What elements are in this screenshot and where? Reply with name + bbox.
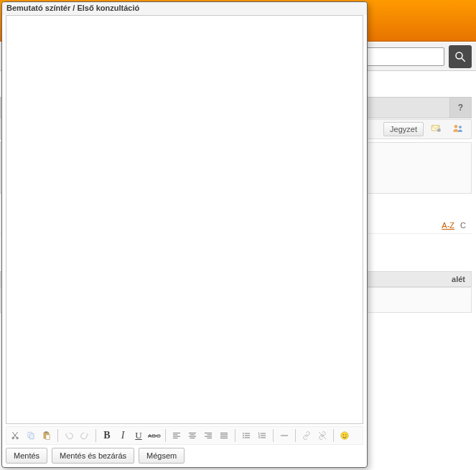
svg-point-4 xyxy=(438,129,439,131)
save-button[interactable]: Mentés xyxy=(6,448,47,464)
users-icon xyxy=(451,123,465,136)
copy-icon xyxy=(26,431,36,441)
modal-footer: Mentés Mentés és bezárás Mégsem xyxy=(2,447,367,467)
svg-line-45 xyxy=(319,432,325,438)
undo-icon xyxy=(64,431,74,441)
separator xyxy=(273,429,274,442)
redo-icon xyxy=(80,431,90,441)
separator xyxy=(235,429,235,442)
separator xyxy=(295,429,296,442)
svg-point-5 xyxy=(454,125,458,128)
copy-button[interactable] xyxy=(24,428,38,443)
bold-button[interactable]: B xyxy=(100,428,114,443)
svg-rect-12 xyxy=(29,434,34,439)
cancel-button[interactable]: Mégsem xyxy=(139,448,185,464)
align-left-icon xyxy=(172,431,182,441)
save-and-close-button[interactable]: Mentés és bezárás xyxy=(52,448,134,464)
link-icon xyxy=(302,431,312,441)
separator xyxy=(57,429,58,442)
horizontal-rule-button[interactable] xyxy=(277,428,291,443)
align-center-icon xyxy=(187,431,197,441)
numbered-list-button[interactable]: 1 2 3 xyxy=(255,428,269,443)
align-center-button[interactable] xyxy=(185,428,200,443)
svg-point-0 xyxy=(456,52,462,59)
svg-point-32 xyxy=(243,433,244,434)
underline-button[interactable]: U xyxy=(131,428,146,443)
svg-rect-14 xyxy=(45,431,47,433)
svg-rect-15 xyxy=(46,435,50,439)
separator xyxy=(95,429,96,442)
editor-toolbar: B I U ABC xyxy=(6,426,363,445)
redo-button[interactable] xyxy=(78,428,92,443)
cut-icon xyxy=(10,431,20,441)
numbered-list-icon: 1 2 3 xyxy=(257,431,267,441)
unlink-icon xyxy=(317,431,327,441)
paste-button[interactable] xyxy=(39,428,54,443)
italic-button[interactable]: I xyxy=(116,428,130,443)
svg-point-36 xyxy=(243,437,244,438)
svg-point-48 xyxy=(345,434,346,435)
sort-az-link[interactable]: A-Z xyxy=(442,221,454,230)
horizontal-rule-icon xyxy=(279,431,289,441)
align-justify-icon xyxy=(219,431,229,441)
link-button[interactable] xyxy=(299,428,314,443)
separator xyxy=(333,429,334,442)
users-button[interactable] xyxy=(449,122,467,136)
smiley-icon xyxy=(340,431,350,441)
strikethrough-button[interactable]: ABC xyxy=(147,428,162,443)
section-header-text: alét xyxy=(452,275,465,283)
paste-icon xyxy=(42,431,52,441)
svg-text:3: 3 xyxy=(258,436,260,439)
align-justify-button[interactable] xyxy=(217,428,231,443)
mail-settings-button[interactable] xyxy=(428,122,445,136)
svg-point-34 xyxy=(243,435,244,436)
unlink-button[interactable] xyxy=(315,428,330,443)
emoji-button[interactable] xyxy=(337,428,352,443)
bullet-list-button[interactable] xyxy=(239,428,253,443)
svg-line-1 xyxy=(462,58,465,62)
sort-c-label: C xyxy=(460,221,466,230)
svg-point-47 xyxy=(343,434,344,435)
svg-point-46 xyxy=(341,432,349,440)
align-right-button[interactable] xyxy=(201,428,215,443)
align-right-icon xyxy=(203,431,213,441)
cut-button[interactable] xyxy=(8,428,22,443)
bullet-list-icon xyxy=(241,431,251,441)
editor-modal: Bemutató színtér / Első konzultáció xyxy=(1,1,368,468)
modal-title: Bemutató színtér / Első konzultáció xyxy=(2,2,367,15)
editor-textarea[interactable] xyxy=(6,15,363,424)
undo-button[interactable] xyxy=(62,428,76,443)
mail-gear-icon xyxy=(429,123,444,135)
svg-point-6 xyxy=(459,126,462,128)
separator xyxy=(165,429,166,442)
help-button[interactable]: ? xyxy=(449,98,471,118)
align-left-button[interactable] xyxy=(169,428,184,443)
search-button[interactable] xyxy=(449,45,472,68)
jegyzet-button[interactable]: Jegyzet xyxy=(383,122,424,136)
search-icon xyxy=(454,50,467,63)
